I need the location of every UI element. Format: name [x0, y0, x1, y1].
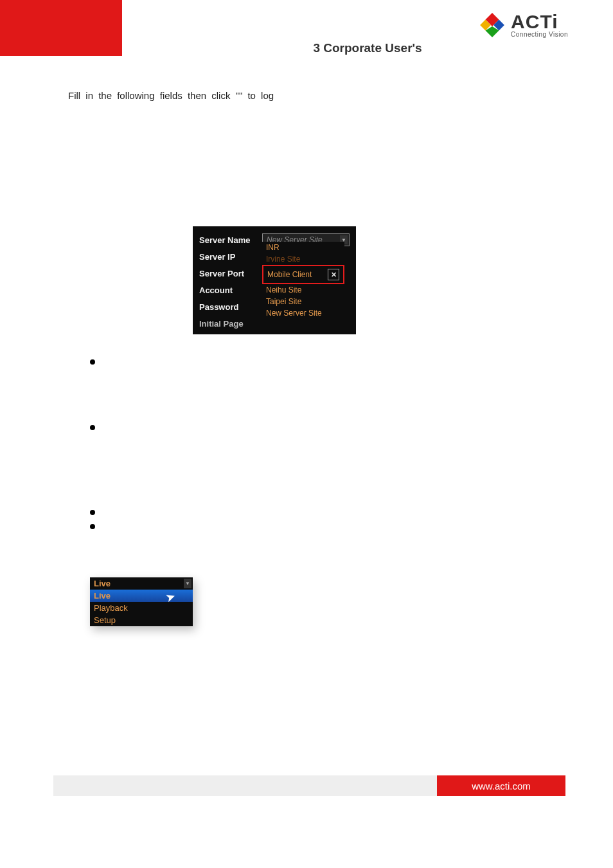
label-initial-page: Initial Page	[199, 319, 262, 329]
delete-icon[interactable]: ✕	[328, 269, 339, 280]
intro-pre: Fill in the following fields then click …	[68, 90, 239, 101]
list-item[interactable]: Irvine Site	[262, 253, 344, 265]
label-password: Password	[199, 302, 262, 312]
red-corner-decor	[0, 0, 122, 56]
content-area: Fill in the following fields then click …	[68, 90, 562, 101]
list-item	[90, 521, 562, 529]
page-footer: www.acti.com	[53, 775, 565, 796]
list-item[interactable]: Taipei Site	[262, 296, 344, 307]
list-item-selected[interactable]: Mobile Client ✕	[262, 265, 344, 284]
list-item-label: Mobile Client	[267, 270, 312, 279]
header-band: 3 Corporate User's	[122, 41, 613, 55]
bullet-dot-icon	[90, 510, 95, 515]
bullet-dot-icon	[90, 524, 95, 529]
footer-url: www.acti.com	[437, 775, 565, 796]
intro-post: " to log	[239, 90, 274, 101]
intro-line: Fill in the following fields then click …	[68, 90, 562, 101]
server-login-panel: Server Name New Server Site ▼ Server IP …	[193, 226, 356, 334]
chapter-title: 3 Corporate User's	[122, 41, 613, 55]
brand-logo: ACTi Connecting Vision	[479, 12, 568, 39]
server-name-list: INR Irvine Site Mobile Client ✕ Neihu Si…	[262, 242, 344, 319]
brand-name: ACTi	[511, 12, 568, 32]
list-item[interactable]: Neihu Site	[262, 284, 344, 296]
dropdown-item-highlight[interactable]: Live ➤	[90, 590, 193, 602]
list-item	[90, 507, 562, 515]
label-server-port: Server Port	[199, 269, 262, 278]
bullet-list	[90, 357, 562, 560]
list-item[interactable]: New Server Site	[262, 307, 344, 319]
dropdown-item-label: Live	[94, 591, 111, 601]
list-item	[90, 422, 562, 430]
label-account: Account	[199, 285, 262, 295]
bullet-dot-icon	[90, 425, 95, 430]
list-item	[90, 357, 562, 365]
label-server-ip: Server IP	[199, 252, 262, 262]
acti-swirl-icon	[479, 12, 506, 39]
chevron-down-icon[interactable]: ▼	[184, 579, 191, 588]
list-item[interactable]: INR	[262, 242, 344, 253]
dropdown-item[interactable]: Setup	[90, 614, 193, 626]
brand-tagline: Connecting Vision	[511, 32, 568, 38]
dropdown-item[interactable]: Playback	[90, 602, 193, 614]
label-server-name: Server Name	[199, 235, 262, 245]
dropdown-selected-label: Live	[94, 579, 111, 588]
bullet-dot-icon	[90, 359, 95, 365]
dropdown-selected[interactable]: Live ▼	[90, 577, 193, 590]
initial-page-dropdown[interactable]: Live ▼ Live ➤ Playback Setup	[90, 577, 193, 626]
